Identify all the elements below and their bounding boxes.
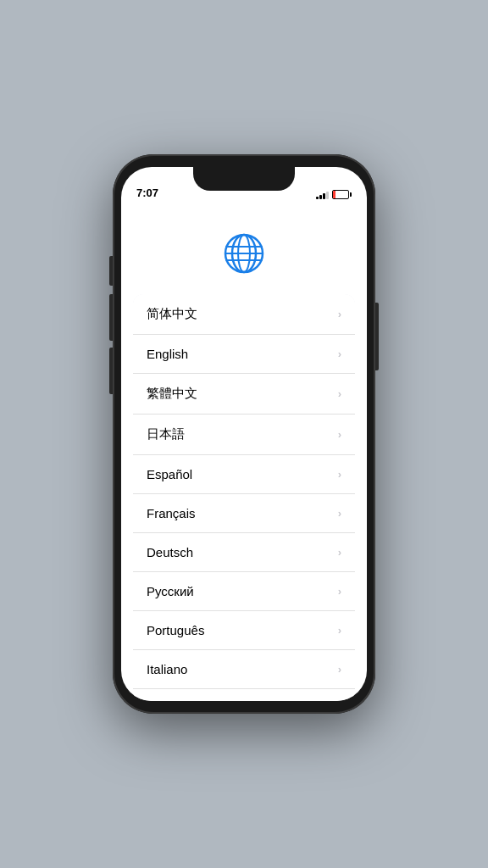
language-name: Italiano xyxy=(147,662,187,676)
notch xyxy=(193,167,295,191)
language-item[interactable]: Русский› xyxy=(133,572,355,611)
signal-bar-3 xyxy=(323,193,325,199)
volume-down-button[interactable] xyxy=(109,348,113,394)
language-item[interactable]: Português› xyxy=(133,611,355,650)
language-item[interactable]: 한국어› xyxy=(133,689,355,701)
status-time: 7:07 xyxy=(136,186,158,199)
language-item[interactable]: Español› xyxy=(133,455,355,494)
status-icons xyxy=(316,190,352,199)
chevron-right-icon: › xyxy=(338,585,341,598)
globe-icon xyxy=(220,230,268,277)
chevron-right-icon: › xyxy=(338,546,341,559)
language-name: Português xyxy=(147,623,204,637)
language-item[interactable]: 简体中文› xyxy=(133,294,355,335)
battery-body xyxy=(332,190,349,199)
battery-fill xyxy=(333,191,336,198)
language-list: 简体中文›English›繁體中文›日本語›Español›Français›D… xyxy=(133,294,355,701)
language-name: English xyxy=(147,347,188,361)
chevron-right-icon: › xyxy=(338,428,341,441)
language-name: Français xyxy=(147,506,196,520)
battery-tip xyxy=(350,192,352,197)
signal-bar-1 xyxy=(316,197,319,199)
language-name: Русский xyxy=(147,584,194,598)
chevron-right-icon: › xyxy=(338,348,341,360)
chevron-right-icon: › xyxy=(338,468,341,481)
language-name: 日本語 xyxy=(147,426,185,442)
language-item[interactable]: 繁體中文› xyxy=(133,374,355,415)
language-item[interactable]: 日本語› xyxy=(133,415,355,455)
chevron-right-icon: › xyxy=(338,387,341,400)
signal-bar-2 xyxy=(319,195,322,199)
chevron-right-icon: › xyxy=(338,663,341,676)
chevron-right-icon: › xyxy=(338,507,341,520)
language-name: Deutsch xyxy=(147,545,193,559)
signal-bar-4 xyxy=(326,192,329,199)
chevron-right-icon: › xyxy=(338,624,341,637)
language-name: 简体中文 xyxy=(147,306,197,322)
chevron-right-icon: › xyxy=(338,308,341,320)
phone-device: 7:07 xyxy=(113,154,375,714)
language-item[interactable]: Deutsch› xyxy=(133,533,355,572)
power-button[interactable] xyxy=(375,303,379,370)
language-item[interactable]: Français› xyxy=(133,494,355,533)
language-name: 繁體中文 xyxy=(147,386,197,402)
signal-icon xyxy=(316,191,329,199)
language-item[interactable]: Italiano› xyxy=(133,650,355,689)
battery-icon xyxy=(332,190,352,199)
language-item[interactable]: English› xyxy=(133,335,355,374)
globe-container xyxy=(121,204,367,294)
language-name: Español xyxy=(147,467,192,481)
volume-up-button[interactable] xyxy=(109,294,113,341)
phone-screen: 7:07 xyxy=(121,167,367,701)
